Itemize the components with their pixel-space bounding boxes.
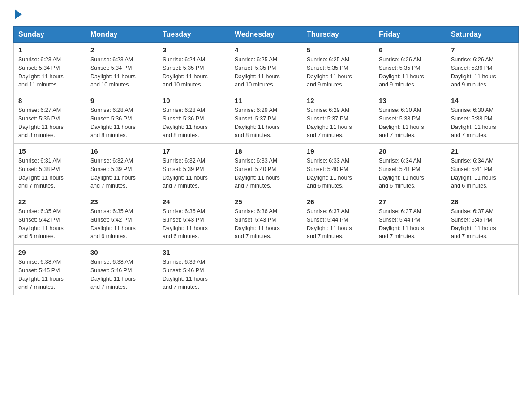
day-info: Sunrise: 6:34 AMSunset: 5:41 PMDaylight:… bbox=[379, 157, 442, 190]
calendar-cell: 14 Sunrise: 6:30 AMSunset: 5:38 PMDaylig… bbox=[446, 93, 519, 144]
day-number: 28 bbox=[451, 198, 514, 206]
day-info: Sunrise: 6:23 AMSunset: 5:34 PMDaylight:… bbox=[18, 56, 81, 89]
day-info: Sunrise: 6:34 AMSunset: 5:41 PMDaylight:… bbox=[451, 157, 514, 190]
day-number: 26 bbox=[307, 198, 369, 206]
calendar-cell: 9 Sunrise: 6:28 AMSunset: 5:36 PMDayligh… bbox=[86, 93, 158, 144]
day-info: Sunrise: 6:32 AMSunset: 5:39 PMDaylight:… bbox=[90, 157, 153, 190]
calendar-cell: 17 Sunrise: 6:32 AMSunset: 5:39 PMDaylig… bbox=[158, 144, 230, 194]
day-number: 6 bbox=[379, 46, 442, 54]
calendar-cell bbox=[374, 245, 446, 295]
day-number: 10 bbox=[163, 97, 225, 104]
calendar-cell: 16 Sunrise: 6:32 AMSunset: 5:39 PMDaylig… bbox=[86, 144, 158, 194]
day-number: 25 bbox=[235, 198, 297, 206]
calendar-cell: 3 Sunrise: 6:24 AMSunset: 5:35 PMDayligh… bbox=[158, 43, 230, 93]
day-number: 14 bbox=[451, 97, 514, 104]
calendar-cell: 13 Sunrise: 6:30 AMSunset: 5:38 PMDaylig… bbox=[374, 93, 446, 144]
calendar-cell bbox=[230, 245, 302, 295]
day-number: 15 bbox=[18, 147, 81, 155]
calendar-week-row: 1 Sunrise: 6:23 AMSunset: 5:34 PMDayligh… bbox=[14, 43, 519, 93]
day-info: Sunrise: 6:32 AMSunset: 5:39 PMDaylight:… bbox=[163, 157, 225, 190]
day-number: 22 bbox=[18, 198, 81, 206]
logo bbox=[13, 9, 22, 19]
day-number: 16 bbox=[90, 147, 153, 155]
day-number: 4 bbox=[235, 46, 297, 54]
column-header-monday: Monday bbox=[86, 27, 158, 43]
day-info: Sunrise: 6:33 AMSunset: 5:40 PMDaylight:… bbox=[307, 157, 369, 190]
day-info: Sunrise: 6:30 AMSunset: 5:38 PMDaylight:… bbox=[379, 106, 442, 140]
day-number: 27 bbox=[379, 198, 442, 206]
column-header-saturday: Saturday bbox=[446, 27, 519, 43]
day-number: 12 bbox=[307, 97, 369, 104]
day-number: 11 bbox=[235, 97, 297, 104]
day-number: 2 bbox=[90, 46, 153, 54]
calendar-week-row: 29 Sunrise: 6:38 AMSunset: 5:45 PMDaylig… bbox=[14, 245, 519, 295]
calendar-cell: 28 Sunrise: 6:37 AMSunset: 5:45 PMDaylig… bbox=[446, 194, 519, 245]
day-number: 18 bbox=[235, 147, 297, 155]
day-number: 23 bbox=[90, 198, 153, 206]
calendar-cell bbox=[446, 245, 519, 295]
day-info: Sunrise: 6:27 AMSunset: 5:36 PMDaylight:… bbox=[18, 106, 81, 140]
day-number: 19 bbox=[307, 147, 369, 155]
day-info: Sunrise: 6:35 AMSunset: 5:42 PMDaylight:… bbox=[90, 207, 153, 241]
day-info: Sunrise: 6:23 AMSunset: 5:34 PMDaylight:… bbox=[90, 56, 153, 89]
calendar-cell: 31 Sunrise: 6:39 AMSunset: 5:46 PMDaylig… bbox=[158, 245, 230, 295]
calendar-cell: 5 Sunrise: 6:25 AMSunset: 5:35 PMDayligh… bbox=[302, 43, 374, 93]
column-header-friday: Friday bbox=[374, 27, 446, 43]
calendar-cell: 30 Sunrise: 6:38 AMSunset: 5:46 PMDaylig… bbox=[86, 245, 158, 295]
day-info: Sunrise: 6:29 AMSunset: 5:37 PMDaylight:… bbox=[235, 106, 297, 140]
calendar-cell: 11 Sunrise: 6:29 AMSunset: 5:37 PMDaylig… bbox=[230, 93, 302, 144]
day-info: Sunrise: 6:36 AMSunset: 5:43 PMDaylight:… bbox=[235, 207, 297, 241]
day-number: 29 bbox=[18, 248, 81, 256]
day-number: 13 bbox=[379, 97, 442, 104]
day-number: 17 bbox=[163, 147, 225, 155]
calendar-cell: 4 Sunrise: 6:25 AMSunset: 5:35 PMDayligh… bbox=[230, 43, 302, 93]
calendar-cell: 23 Sunrise: 6:35 AMSunset: 5:42 PMDaylig… bbox=[86, 194, 158, 245]
day-info: Sunrise: 6:26 AMSunset: 5:35 PMDaylight:… bbox=[379, 56, 442, 89]
calendar-cell: 21 Sunrise: 6:34 AMSunset: 5:41 PMDaylig… bbox=[446, 144, 519, 194]
calendar-cell: 1 Sunrise: 6:23 AMSunset: 5:34 PMDayligh… bbox=[14, 43, 86, 93]
calendar-cell bbox=[302, 245, 374, 295]
day-info: Sunrise: 6:39 AMSunset: 5:46 PMDaylight:… bbox=[163, 258, 225, 291]
day-number: 20 bbox=[379, 147, 442, 155]
day-number: 9 bbox=[90, 97, 153, 104]
day-info: Sunrise: 6:37 AMSunset: 5:44 PMDaylight:… bbox=[379, 207, 442, 241]
day-number: 8 bbox=[18, 97, 81, 104]
day-info: Sunrise: 6:33 AMSunset: 5:40 PMDaylight:… bbox=[235, 157, 297, 190]
day-number: 31 bbox=[163, 248, 225, 256]
calendar-cell: 15 Sunrise: 6:31 AMSunset: 5:38 PMDaylig… bbox=[14, 144, 86, 194]
day-info: Sunrise: 6:26 AMSunset: 5:36 PMDaylight:… bbox=[451, 56, 514, 89]
day-info: Sunrise: 6:37 AMSunset: 5:44 PMDaylight:… bbox=[307, 207, 369, 241]
column-header-sunday: Sunday bbox=[14, 27, 86, 43]
calendar-week-row: 8 Sunrise: 6:27 AMSunset: 5:36 PMDayligh… bbox=[14, 93, 519, 144]
calendar-cell: 10 Sunrise: 6:28 AMSunset: 5:36 PMDaylig… bbox=[158, 93, 230, 144]
calendar-table: SundayMondayTuesdayWednesdayThursdayFrid… bbox=[13, 26, 519, 295]
day-number: 21 bbox=[451, 147, 514, 155]
calendar-cell: 24 Sunrise: 6:36 AMSunset: 5:43 PMDaylig… bbox=[158, 194, 230, 245]
day-info: Sunrise: 6:30 AMSunset: 5:38 PMDaylight:… bbox=[451, 106, 514, 140]
day-number: 5 bbox=[307, 46, 369, 54]
calendar-cell: 20 Sunrise: 6:34 AMSunset: 5:41 PMDaylig… bbox=[374, 144, 446, 194]
day-number: 1 bbox=[18, 46, 81, 54]
calendar-cell: 18 Sunrise: 6:33 AMSunset: 5:40 PMDaylig… bbox=[230, 144, 302, 194]
day-number: 7 bbox=[451, 46, 514, 54]
calendar-cell: 2 Sunrise: 6:23 AMSunset: 5:34 PMDayligh… bbox=[86, 43, 158, 93]
calendar-cell: 22 Sunrise: 6:35 AMSunset: 5:42 PMDaylig… bbox=[14, 194, 86, 245]
day-info: Sunrise: 6:24 AMSunset: 5:35 PMDaylight:… bbox=[163, 56, 225, 89]
day-info: Sunrise: 6:31 AMSunset: 5:38 PMDaylight:… bbox=[18, 157, 81, 190]
calendar-cell: 26 Sunrise: 6:37 AMSunset: 5:44 PMDaylig… bbox=[302, 194, 374, 245]
calendar-cell: 19 Sunrise: 6:33 AMSunset: 5:40 PMDaylig… bbox=[302, 144, 374, 194]
day-info: Sunrise: 6:38 AMSunset: 5:45 PMDaylight:… bbox=[18, 258, 81, 291]
column-header-wednesday: Wednesday bbox=[230, 27, 302, 43]
calendar-cell: 29 Sunrise: 6:38 AMSunset: 5:45 PMDaylig… bbox=[14, 245, 86, 295]
day-info: Sunrise: 6:28 AMSunset: 5:36 PMDaylight:… bbox=[163, 106, 225, 140]
day-info: Sunrise: 6:35 AMSunset: 5:42 PMDaylight:… bbox=[18, 207, 81, 241]
day-info: Sunrise: 6:36 AMSunset: 5:43 PMDaylight:… bbox=[163, 207, 225, 241]
calendar-cell: 6 Sunrise: 6:26 AMSunset: 5:35 PMDayligh… bbox=[374, 43, 446, 93]
column-header-tuesday: Tuesday bbox=[158, 27, 230, 43]
day-number: 30 bbox=[90, 248, 153, 256]
day-info: Sunrise: 6:25 AMSunset: 5:35 PMDaylight:… bbox=[235, 56, 297, 89]
day-info: Sunrise: 6:37 AMSunset: 5:45 PMDaylight:… bbox=[451, 207, 514, 241]
calendar-week-row: 22 Sunrise: 6:35 AMSunset: 5:42 PMDaylig… bbox=[14, 194, 519, 245]
column-header-thursday: Thursday bbox=[302, 27, 374, 43]
logo-triangle-icon bbox=[15, 9, 22, 19]
